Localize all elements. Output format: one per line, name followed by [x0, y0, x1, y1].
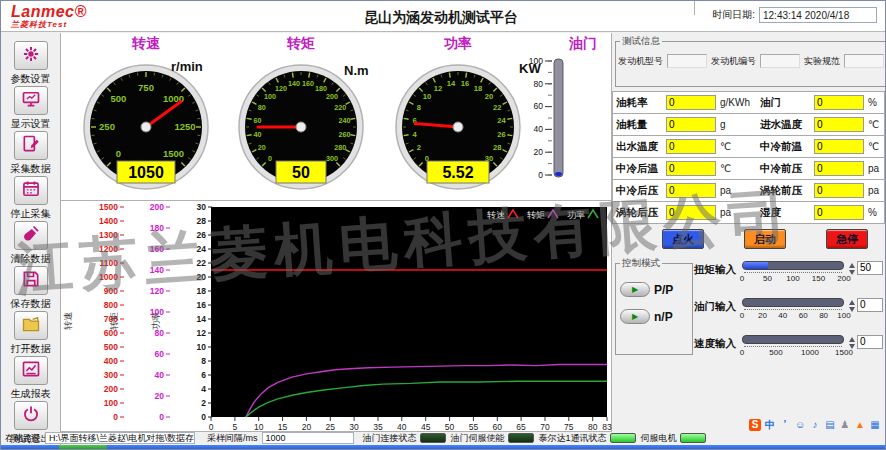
sidebar-item-generate-report[interactable]: 生成报表	[11, 356, 51, 401]
start-button[interactable]	[59, 445, 107, 450]
svg-text:18: 18	[197, 286, 207, 296]
display-settings-button[interactable]	[14, 86, 48, 115]
speed-dial-wrap: 02505007501000125015001050	[71, 53, 221, 195]
svg-text:60: 60	[253, 116, 261, 125]
spinner-value[interactable]: 0	[857, 335, 883, 349]
slider-tick-label: 0	[740, 311, 744, 320]
throttle-slider-wrap: 020406080100	[523, 53, 611, 189]
header: Lanmec® 兰菱科技Test 昆山为涵发动机测试平台 时间日期: 12:43…	[1, 1, 885, 32]
sidebar-item-params-settings[interactable]: 参数设置	[11, 41, 51, 86]
sidebar-item-save-data[interactable]: 保存数据	[11, 266, 51, 311]
field-label: 湿度	[760, 206, 814, 220]
slider-body[interactable]: 020406080100	[742, 298, 844, 321]
svg-text:功率: 功率	[151, 312, 161, 330]
storage-path-field[interactable]: H:\界面转移\兰菱赵\电机对拖\数据存储	[45, 432, 195, 444]
field-label: 油耗率	[616, 96, 666, 110]
torque-input-slider[interactable]: 扭矩输入05010015020050	[694, 261, 886, 284]
collect-data-button[interactable]	[14, 131, 48, 160]
estop-button[interactable]: 急停	[826, 229, 868, 249]
input-sliders: 扭矩输入05010015020050油门输入0204060801000速度输入0…	[694, 261, 886, 372]
sidebar-item-clear-data[interactable]: 清除数据	[11, 221, 51, 266]
svg-text:800: 800	[104, 300, 118, 310]
svg-text:240: 240	[338, 116, 350, 125]
sidebar-item-collect-data[interactable]: 采集数据	[11, 131, 51, 176]
sidebar-item-label: 显示设置	[11, 117, 51, 131]
ignite-button[interactable]: 点火	[662, 229, 704, 249]
slider-body[interactable]: 050100150200	[742, 261, 844, 284]
emoji-icon[interactable]: ☺	[794, 419, 806, 431]
toolbox-icon[interactable]: ▦	[869, 419, 881, 431]
svg-text:40: 40	[534, 124, 544, 134]
taskbar	[1, 445, 886, 450]
edit-doc-icon	[21, 134, 41, 158]
svg-text:24: 24	[497, 116, 506, 125]
sidebar-item-stop-collect[interactable]: 停止采集	[11, 176, 51, 221]
spin-up-button[interactable]	[849, 300, 855, 305]
indicator-taierda1-comm-status: 泰尔达1通讯状态	[539, 432, 636, 445]
svg-text:160: 160	[301, 79, 313, 88]
spinner-value[interactable]: 0	[857, 298, 883, 312]
svg-text:120: 120	[150, 286, 164, 296]
params-settings-button[interactable]	[14, 41, 48, 70]
engine-field-input[interactable]	[844, 54, 884, 68]
slider-track[interactable]	[742, 335, 844, 344]
slider-tick-labels: 020406080100	[742, 311, 844, 321]
svg-text:300: 300	[104, 370, 118, 380]
gauge-hub	[296, 122, 306, 132]
sample-interval-label: 采样间隔/ms	[207, 432, 258, 445]
sample-interval-field[interactable]: 1000	[262, 432, 354, 444]
person-icon[interactable]: ♟	[839, 419, 851, 431]
save-data-button[interactable]	[14, 266, 48, 295]
stop-collect-button[interactable]	[14, 176, 48, 205]
test-info-title: 测试信息	[620, 35, 662, 48]
svg-text:1200: 1200	[99, 244, 118, 254]
mode-option-n-p[interactable]: ▶n/P	[620, 309, 688, 324]
field-label: 进水温度	[760, 118, 814, 132]
sidebar-item-display-settings[interactable]: 显示设置	[11, 86, 51, 131]
keyboard-icon[interactable]: ▤	[824, 419, 836, 431]
field-value: 0	[666, 95, 716, 110]
input-method-tray: S中’☺♪▤♟▲▦	[749, 419, 881, 431]
field-unit: %	[864, 207, 877, 218]
sidebar-item-open-data[interactable]: 打开数据	[11, 311, 51, 356]
power-icon	[21, 404, 41, 428]
mode-button-icon: ▶	[620, 309, 650, 324]
slider-track[interactable]	[742, 298, 844, 307]
spinner-value[interactable]: 50	[857, 261, 883, 275]
voice-icon[interactable]: ♪	[809, 419, 821, 431]
clear-data-button[interactable]	[14, 221, 48, 250]
speed-input-slider[interactable]: 速度输入0500100015000	[694, 335, 886, 358]
gauge-dial: 02505007501000125015001050	[74, 53, 219, 195]
open-data-button[interactable]	[14, 311, 48, 340]
measurement-row: 油耗率0g/KWh油门0%	[612, 92, 885, 114]
field-value: 0	[814, 139, 864, 154]
mode-option-p-p[interactable]: ▶P/P	[620, 282, 688, 297]
engine-field-input[interactable]	[760, 54, 800, 68]
slider-tick-label: 150	[812, 274, 825, 283]
slider-body[interactable]: 050010001500	[742, 335, 844, 358]
punctuation-icon[interactable]: ’	[779, 419, 791, 431]
field-label: 出水温度	[616, 140, 666, 154]
spin-up-button[interactable]	[849, 337, 855, 342]
svg-text:200: 200	[150, 202, 164, 212]
svg-text:8: 8	[416, 103, 420, 112]
exit-test-button[interactable]	[14, 401, 48, 430]
spin-up-button[interactable]	[849, 263, 855, 268]
slider-label: 扭矩输入	[694, 261, 742, 277]
generate-report-button[interactable]	[14, 356, 48, 385]
skin-icon[interactable]: ▲	[854, 419, 866, 431]
field-value: 0	[666, 161, 716, 176]
datetime-value: 12:43:14 2020/4/18	[759, 7, 877, 23]
field-unit: ℃	[864, 119, 879, 130]
sogou-icon[interactable]: S	[749, 419, 761, 431]
engine-field-input[interactable]	[667, 54, 707, 68]
gauge-value: 50	[292, 164, 310, 181]
slider-track[interactable]	[742, 261, 844, 270]
svg-text:6: 6	[201, 370, 206, 380]
svg-text:500: 500	[110, 93, 126, 104]
throttle-input-slider[interactable]: 油门输入0204060801000	[694, 298, 886, 321]
svg-text:120: 120	[275, 84, 287, 93]
chinese-input-icon[interactable]: 中	[764, 419, 776, 431]
measurement-row: 出水温度0℃中冷前温0℃	[612, 136, 885, 158]
start-button[interactable]: 启动	[744, 229, 786, 249]
